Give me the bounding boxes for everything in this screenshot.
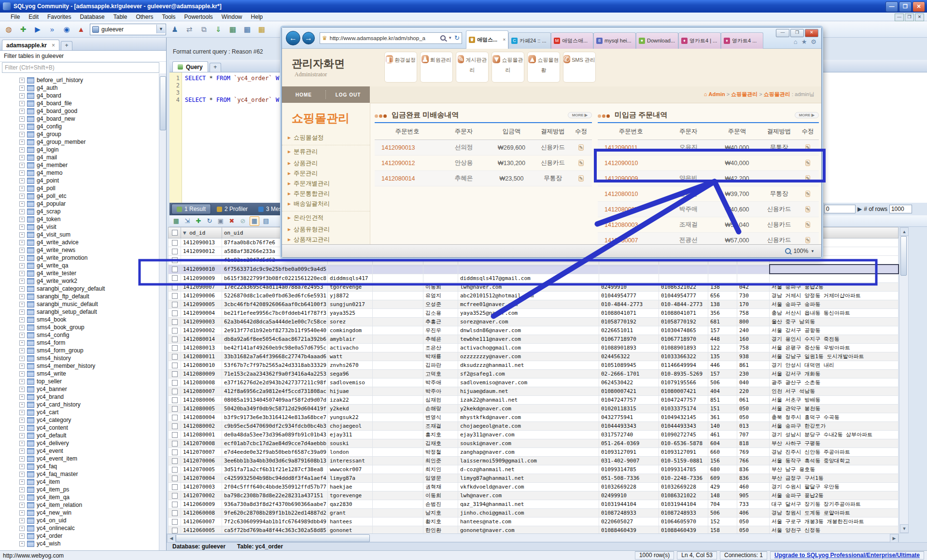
tree-item-table[interactable]: + sms4_book	[0, 316, 159, 323]
browser-tab[interactable]: ♦ 영카트4 ...	[721, 32, 763, 49]
tree-item-table[interactable]: + g4_poll_etc	[0, 192, 159, 200]
toolbar-icon[interactable]: ✚	[17, 24, 29, 35]
tab-close-icon[interactable]: ×	[503, 37, 506, 42]
row-checkbox[interactable]	[172, 363, 178, 368]
row-checkbox[interactable]	[172, 510, 178, 516]
expand-icon[interactable]: +	[19, 109, 25, 114]
mdi-close-button[interactable]: ✕	[915, 14, 924, 21]
admin-menu-item[interactable]: 쇼핑몰설정	[282, 133, 370, 143]
expand-icon[interactable]: +	[19, 217, 25, 222]
favorites-star-icon[interactable]: ★	[801, 38, 807, 45]
edit-order-button[interactable]: ✎	[805, 222, 810, 228]
tree-item-table[interactable]: + g4_write_news	[0, 246, 159, 254]
mdi-minimize-button[interactable]: —	[895, 14, 904, 21]
expand-icon[interactable]: +	[19, 178, 25, 183]
expand-icon[interactable]: +	[19, 248, 25, 253]
expand-icon[interactable]: +	[19, 201, 25, 207]
menu-item[interactable]: Table	[113, 14, 127, 20]
grid-toolbar-icon[interactable]: ▦	[250, 216, 259, 226]
grid-row[interactable]: 1412070007e7d4eede0e32f9ab50bebf6587c39a…	[169, 448, 899, 457]
admin-menu-item[interactable]: 주문관리	[282, 168, 370, 179]
expand-icon[interactable]: +	[19, 394, 25, 400]
checkbox-icon[interactable]	[172, 230, 178, 236]
order-number[interactable]: 1412080010	[598, 186, 664, 202]
menu-item[interactable]: Window	[222, 14, 242, 20]
row-checkbox[interactable]	[172, 467, 178, 473]
tree-item-table[interactable]: + yc4_default	[0, 432, 159, 439]
expand-icon[interactable]: +	[19, 526, 25, 531]
grid-row[interactable]: 14120900053cbc46fbf4208926066aaf0cb64100…	[169, 300, 899, 309]
row-checkbox[interactable]	[172, 406, 178, 412]
expand-icon[interactable]: +	[19, 271, 25, 276]
tree-item-table[interactable]: + yc4_category	[0, 416, 159, 424]
menu-item[interactable]: Others	[136, 14, 153, 20]
restore-button[interactable]: ❐	[899, 1, 912, 12]
grid-vertical-scrollbar[interactable]: ▲ ▼	[899, 227, 909, 533]
edit-order-button[interactable]: ✎	[578, 144, 583, 151]
row-checkbox[interactable]	[172, 423, 178, 429]
grid-row[interactable]: 1412080004b3f9c9173e6e3b3164124e813a68bc…	[169, 413, 899, 422]
more-button[interactable]: MORE ▶	[795, 112, 819, 118]
home-icon[interactable]: ⌂	[794, 38, 798, 45]
tree-item-table[interactable]: + g4_group_member	[0, 138, 159, 146]
row-checkbox[interactable]	[172, 502, 178, 507]
tree-item-table[interactable]: + yc4_faq	[0, 462, 159, 470]
tree-item-table[interactable]: + yc4_wish	[0, 540, 159, 547]
tree-item-table[interactable]: + yc4_item_qa	[0, 493, 159, 501]
browser-tab[interactable]: C 카페24 :: ...	[508, 32, 551, 49]
zoom-control[interactable]: 100% ▼	[785, 248, 815, 254]
tree-item-table[interactable]: + g4_group	[0, 130, 159, 138]
tree-item-table[interactable]: + g4_login	[0, 146, 159, 154]
tree-item-table[interactable]: + yc4_on_uid	[0, 517, 159, 524]
grid-row[interactable]: 141208000971e153c2aa234362f9a0f3416a4a22…	[169, 370, 899, 378]
expand-icon[interactable]: +	[19, 371, 25, 377]
grid-toolbar-icon[interactable]: ⇲	[183, 217, 192, 225]
expand-icon[interactable]: +	[19, 124, 25, 129]
admin-nav-button[interactable]: ◧ 환경설정	[384, 52, 417, 83]
more-button[interactable]: MORE ▶	[568, 112, 592, 118]
search-icon[interactable]	[440, 35, 446, 41]
expand-icon[interactable]: +	[19, 325, 25, 330]
row-checkbox[interactable]	[172, 449, 178, 455]
order-number[interactable]: 1412080007	[598, 202, 664, 217]
tree-item-table[interactable]: + sms4_write	[0, 370, 159, 378]
tree-item-table[interactable]: + yc4_new_win	[0, 509, 159, 517]
tree-item-table[interactable]: + top_seller	[0, 378, 159, 385]
browser-tab[interactable]: ● Download...	[636, 32, 678, 49]
row-checkbox[interactable]	[172, 328, 178, 334]
grid-toolbar-icon[interactable]: ▤	[262, 217, 270, 225]
expand-icon[interactable]: +	[19, 209, 25, 214]
forward-button[interactable]: →	[302, 32, 315, 44]
next-rows-icon[interactable]: ▶	[857, 206, 862, 212]
expand-icon[interactable]: +	[19, 448, 25, 454]
tree-item-table[interactable]: + g4_point	[0, 177, 159, 184]
row-checkbox[interactable]	[172, 528, 178, 533]
toolbar-icon[interactable]: ▲	[75, 24, 87, 35]
expand-icon[interactable]: +	[19, 194, 25, 199]
scroll-up-icon[interactable]: ▲	[900, 227, 909, 236]
new-connection-tab-button[interactable]: +	[61, 41, 72, 50]
row-checkbox[interactable]	[172, 266, 178, 272]
grid-toolbar-icon[interactable]: ⊘	[239, 217, 247, 225]
edit-order-button[interactable]: ✎	[805, 237, 810, 243]
order-number[interactable]: 1412080003	[598, 217, 664, 233]
row-checkbox[interactable]	[172, 354, 178, 360]
select-all-header[interactable]	[169, 227, 181, 238]
row-checkbox[interactable]	[172, 249, 178, 254]
tree-item-table[interactable]: + yc4_item	[0, 478, 159, 486]
toolbar-icon[interactable]: ▦	[241, 24, 253, 35]
minimize-button[interactable]: —	[885, 1, 898, 12]
query-tab[interactable]: Query	[172, 61, 208, 72]
edit-order-button[interactable]: ✎	[578, 175, 583, 182]
expand-icon[interactable]: +	[19, 410, 25, 415]
grid-row[interactable]: 141208001133b31682a7a64f39668c27747b4aaa…	[169, 352, 899, 361]
grid-toolbar-icon[interactable]: ✖	[227, 217, 236, 225]
grid-row[interactable]: 14120600077f2c630609994ab1b1fc6764989dbb…	[169, 518, 899, 526]
tree-item-table[interactable]: + g4_board_new	[0, 115, 159, 123]
logout-button[interactable]: LOG OUT	[326, 92, 370, 98]
expand-icon[interactable]: +	[19, 418, 25, 423]
grid-row[interactable]: 14120600089fe620c28708b289f1b1b22ed14887…	[169, 509, 899, 518]
tree-item-table[interactable]: + sarangbi_ftp_default	[0, 293, 159, 300]
expand-icon[interactable]: +	[19, 518, 25, 523]
admin-menu-item[interactable]: 배송일괄처리	[282, 199, 370, 209]
